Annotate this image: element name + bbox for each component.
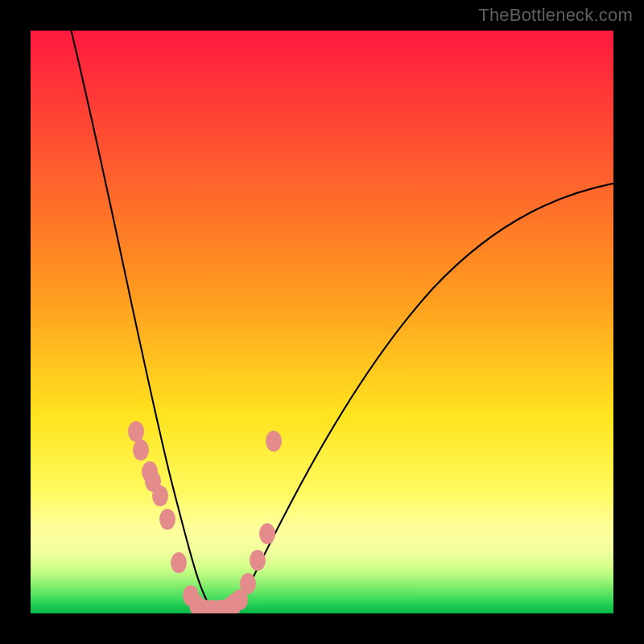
plot-area: [31, 31, 613, 613]
watermark-text: TheBottleneck.com: [478, 5, 633, 26]
svg-point-5: [152, 485, 168, 506]
svg-point-1: [128, 421, 144, 442]
marker-group: [128, 421, 282, 613]
svg-point-20: [266, 431, 282, 452]
svg-point-6: [159, 509, 175, 530]
svg-point-2: [133, 440, 149, 460]
svg-point-18: [250, 550, 266, 571]
svg-point-17: [240, 573, 256, 594]
chart-container: TheBottleneck.com: [0, 0, 644, 644]
bottleneck-curve: [69, 31, 613, 611]
svg-point-19: [259, 523, 275, 544]
svg-point-7: [171, 552, 187, 573]
curve-layer: [31, 31, 613, 613]
